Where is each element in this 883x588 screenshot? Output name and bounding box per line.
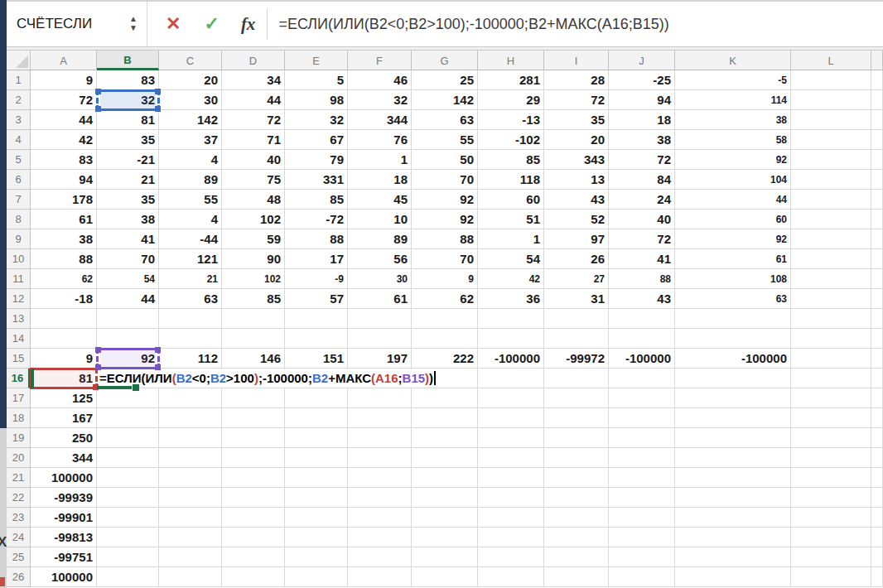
cell-L10[interactable] bbox=[791, 249, 871, 269]
row-header-20[interactable]: 20 bbox=[7, 448, 31, 468]
row-header-24[interactable]: 24 bbox=[7, 528, 31, 547]
cell-H19[interactable] bbox=[478, 428, 544, 448]
cell-K1[interactable]: -5 bbox=[675, 70, 791, 90]
cell-G4[interactable]: 55 bbox=[412, 130, 478, 150]
cell-A6[interactable]: 94 bbox=[31, 170, 97, 190]
column-header-F[interactable]: F bbox=[348, 50, 412, 70]
cell-L22[interactable] bbox=[791, 488, 871, 508]
cell-G20[interactable] bbox=[412, 448, 478, 468]
cell-K21[interactable] bbox=[675, 468, 791, 488]
cell-K3[interactable]: 38 bbox=[675, 110, 791, 130]
cell-M20[interactable] bbox=[871, 448, 883, 468]
cell-B26[interactable] bbox=[97, 567, 159, 587]
cell-H10[interactable]: 54 bbox=[478, 249, 544, 269]
cell-E1[interactable]: 5 bbox=[285, 70, 348, 90]
cell-H11[interactable]: 42 bbox=[478, 269, 544, 289]
cell-H1[interactable]: 281 bbox=[478, 70, 544, 90]
cell-E6[interactable]: 331 bbox=[285, 170, 348, 190]
cell-A4[interactable]: 42 bbox=[31, 130, 97, 150]
cell-J22[interactable] bbox=[609, 488, 675, 508]
cell-K24[interactable] bbox=[675, 528, 791, 547]
cell-F21[interactable] bbox=[348, 468, 412, 488]
cell-L17[interactable] bbox=[791, 388, 871, 408]
cell-J7[interactable]: 24 bbox=[609, 190, 675, 210]
cell-C5[interactable]: 4 bbox=[159, 150, 222, 170]
cell-F14[interactable] bbox=[348, 329, 412, 349]
cell-F17[interactable] bbox=[348, 388, 412, 408]
cell-A20[interactable]: 344 bbox=[31, 448, 97, 468]
cell-M25[interactable] bbox=[871, 547, 883, 567]
cell-K15[interactable]: -100000 bbox=[675, 349, 791, 369]
cell-B23[interactable] bbox=[97, 508, 159, 528]
cell-D15[interactable]: 146 bbox=[222, 349, 285, 369]
cell-K26[interactable] bbox=[675, 567, 791, 587]
cell-G18[interactable] bbox=[412, 408, 478, 428]
cell-K5[interactable]: 92 bbox=[675, 150, 791, 170]
cell-H5[interactable]: 85 bbox=[478, 150, 544, 170]
cell-F10[interactable]: 56 bbox=[348, 249, 412, 269]
cell-D3[interactable]: 72 bbox=[222, 110, 285, 130]
cell-L3[interactable] bbox=[791, 110, 871, 130]
cell-H9[interactable]: 1 bbox=[478, 229, 544, 249]
cell-H22[interactable] bbox=[478, 488, 544, 508]
cell-F24[interactable] bbox=[348, 528, 412, 547]
cell-J25[interactable] bbox=[609, 547, 675, 567]
cell-C11[interactable]: 21 bbox=[159, 269, 222, 289]
cell-J14[interactable] bbox=[609, 329, 675, 349]
column-header-I[interactable]: I bbox=[544, 50, 609, 70]
column-header-K[interactable]: K bbox=[675, 50, 791, 70]
row-header-2[interactable]: 2 bbox=[7, 90, 31, 110]
cell-D21[interactable] bbox=[222, 468, 285, 488]
row-header-26[interactable]: 26 bbox=[7, 567, 31, 587]
cell-K25[interactable] bbox=[675, 547, 791, 567]
cell-B13[interactable] bbox=[97, 309, 159, 329]
cell-M23[interactable] bbox=[871, 508, 883, 528]
cell-G6[interactable]: 70 bbox=[412, 170, 478, 190]
cell-B19[interactable] bbox=[97, 428, 159, 448]
column-header-B[interactable]: B bbox=[97, 50, 159, 70]
row-header-6[interactable]: 6 bbox=[7, 170, 31, 190]
row-header-8[interactable]: 8 bbox=[7, 210, 31, 229]
row-header-19[interactable]: 19 bbox=[7, 428, 31, 448]
cell-J1[interactable]: -25 bbox=[609, 70, 675, 90]
row-header-16[interactable]: 16 bbox=[7, 369, 31, 388]
cell-B9[interactable]: 41 bbox=[97, 229, 159, 249]
cell-E7[interactable]: 85 bbox=[285, 190, 348, 210]
cell-K11[interactable]: 108 bbox=[675, 269, 791, 289]
cell-H6[interactable]: 118 bbox=[478, 170, 544, 190]
row-header-13[interactable]: 13 bbox=[7, 309, 31, 329]
cell-M7[interactable] bbox=[871, 190, 883, 210]
cell-H25[interactable] bbox=[478, 547, 544, 567]
cell-B17[interactable] bbox=[97, 388, 159, 408]
cell-M19[interactable] bbox=[871, 428, 883, 448]
cell-C7[interactable]: 55 bbox=[159, 190, 222, 210]
cell-K23[interactable] bbox=[675, 508, 791, 528]
cell-G11[interactable]: 9 bbox=[412, 269, 478, 289]
selection-handle[interactable] bbox=[155, 89, 161, 94]
cell-I5[interactable]: 343 bbox=[544, 150, 609, 170]
cell-G2[interactable]: 142 bbox=[412, 90, 478, 110]
cell-A2[interactable]: 72 bbox=[31, 90, 97, 110]
cell-D23[interactable] bbox=[222, 508, 285, 528]
cell-F6[interactable]: 18 bbox=[348, 170, 412, 190]
cell-E4[interactable]: 67 bbox=[285, 130, 348, 150]
row-header-1[interactable]: 1 bbox=[7, 70, 31, 90]
cell-F22[interactable] bbox=[348, 488, 412, 508]
cell-I20[interactable] bbox=[544, 448, 609, 468]
cell-F8[interactable]: 10 bbox=[348, 210, 412, 229]
cell-C12[interactable]: 63 bbox=[159, 289, 222, 309]
cell-L8[interactable] bbox=[791, 210, 871, 229]
cell-K6[interactable]: 104 bbox=[675, 170, 791, 190]
cell-F26[interactable] bbox=[348, 567, 412, 587]
cell-C13[interactable] bbox=[159, 309, 222, 329]
cell-L6[interactable] bbox=[791, 170, 871, 190]
cell-E20[interactable] bbox=[285, 448, 348, 468]
cell-G22[interactable] bbox=[412, 488, 478, 508]
cell-D14[interactable] bbox=[222, 329, 285, 349]
cell-L9[interactable] bbox=[791, 229, 871, 249]
cell-L15[interactable] bbox=[791, 349, 871, 369]
cell-K22[interactable] bbox=[675, 488, 791, 508]
cell-K13[interactable] bbox=[675, 309, 791, 329]
cell-L19[interactable] bbox=[791, 428, 871, 448]
cell-C22[interactable] bbox=[159, 488, 222, 508]
